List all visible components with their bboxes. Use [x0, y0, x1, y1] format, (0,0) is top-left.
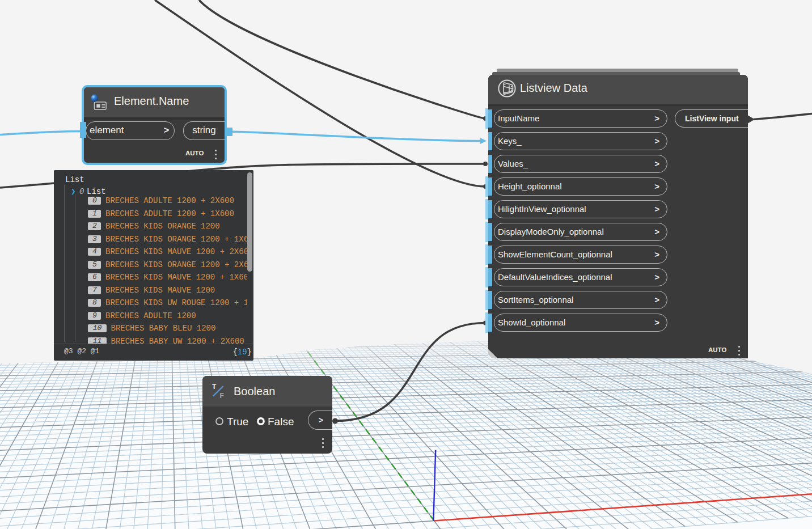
svg-text:T: T — [212, 383, 217, 391]
svg-text:F: F — [220, 392, 224, 400]
